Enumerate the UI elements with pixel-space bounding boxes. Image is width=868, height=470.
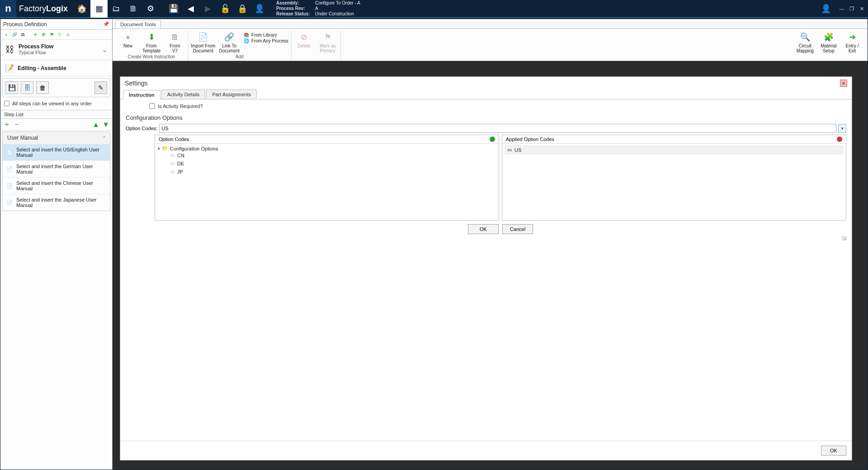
ribbon-material-setup-label: Material Setup bbox=[821, 43, 837, 53]
tree-item[interactable]: ▭CN bbox=[158, 151, 496, 160]
option-codes-twocol: Option Codes ▾ 📁 Configuration Options bbox=[155, 135, 846, 221]
usermanual-header[interactable]: User Manual ˄ bbox=[3, 132, 110, 144]
pin-icon[interactable]: 📌 bbox=[103, 21, 109, 27]
step-item[interactable]: 📄 Select and insert the US/English User … bbox=[3, 144, 110, 160]
option-codes-input[interactable] bbox=[159, 124, 836, 133]
unlock-icon[interactable]: 🔓 bbox=[217, 0, 234, 18]
folder-icon: 📁 bbox=[162, 146, 168, 151]
stack-icon[interactable]: 🗂 bbox=[108, 0, 125, 18]
anyorder-row[interactable]: All steps can be viewed in any order bbox=[0, 99, 112, 110]
tree-item[interactable]: ▭DE bbox=[158, 160, 496, 168]
logo-glyph: n bbox=[5, 3, 11, 14]
ribbon-circuit-mapping[interactable]: 🔍 Circuit Mapping bbox=[795, 31, 815, 53]
window-minimize[interactable]: — bbox=[838, 6, 845, 11]
entry-exit-icon: ➜ bbox=[847, 32, 858, 42]
doc-icon: 🗎 bbox=[170, 32, 180, 42]
is-activity-required-row[interactable]: Is Activity Required? bbox=[126, 102, 846, 113]
tree-root[interactable]: ▾ 📁 Configuration Options bbox=[158, 146, 496, 151]
add-option-icon[interactable] bbox=[490, 136, 495, 142]
tab-instruction[interactable]: Instruction bbox=[123, 90, 160, 99]
option-codes-buttons: OK Cancel bbox=[155, 221, 846, 236]
ribbon-from-any-process[interactable]: 🌐From Any Process bbox=[243, 38, 288, 43]
ribbon-new[interactable]: ＋ New bbox=[118, 31, 138, 48]
ribbon-from-template[interactable]: ⬇ From Template bbox=[142, 31, 161, 53]
gear-icon[interactable]: ⚙ bbox=[142, 0, 159, 18]
meta-assembly-k: Assembly: bbox=[276, 0, 315, 6]
process-flow-block[interactable]: ⛓ Process Flow Typical Flow ⌄ bbox=[0, 40, 112, 60]
titlebar-nav-icons: 🏠 ▦ 🗂 🗎 ⚙ 💾 ◀ ▶ 🔓 🔒 👤 bbox=[73, 0, 268, 17]
ribbon: ＋ New ⬇ From Template 🗎 From V7 Create W… bbox=[113, 29, 868, 61]
ribbon-tab-document-tools[interactable]: Document Tools bbox=[115, 20, 161, 28]
anyorder-checkbox[interactable] bbox=[4, 101, 9, 106]
tb-trash-icon[interactable]: 🗑 bbox=[36, 81, 49, 94]
delete-circle-icon: ⊘ bbox=[299, 32, 310, 42]
usermanual-title: User Manual bbox=[7, 135, 38, 141]
resize-grip-icon[interactable] bbox=[842, 236, 846, 240]
window-restore[interactable]: ❐ bbox=[848, 6, 855, 12]
ribbon-entry-exit[interactable]: ➜ Entry / Exit bbox=[842, 31, 862, 53]
remove-option-icon[interactable] bbox=[837, 136, 842, 142]
panel-ok-button[interactable]: OK bbox=[821, 446, 846, 456]
tree-item[interactable]: ▭JP bbox=[158, 168, 496, 176]
save-icon[interactable]: 💾 bbox=[165, 0, 182, 18]
step-label: Select and insert the German User Manual bbox=[16, 164, 106, 174]
flag-out-icon[interactable]: ⚐ bbox=[57, 32, 63, 38]
globe-icon: 🌐 bbox=[243, 38, 250, 43]
tab-activity-details[interactable]: Activity Details bbox=[161, 89, 206, 99]
step-icon: 📄 bbox=[6, 200, 13, 206]
report-icon[interactable]: 🗎 bbox=[125, 0, 142, 18]
config-options-title: Configuration Options bbox=[126, 114, 846, 121]
flag-in-icon[interactable]: ⚑ bbox=[48, 32, 55, 38]
is-activity-required-checkbox[interactable] bbox=[149, 103, 155, 109]
tb-edit-icon[interactable]: ✎ bbox=[94, 81, 107, 94]
cancel-button[interactable]: Cancel bbox=[502, 224, 533, 234]
process-editor-icon[interactable]: ▦ bbox=[90, 0, 108, 18]
add-icon[interactable]: ＋ bbox=[3, 32, 9, 38]
step-add-icon[interactable]: ＋ bbox=[3, 120, 10, 129]
ribbon-from-v7[interactable]: 🗎 From V7 bbox=[165, 31, 185, 53]
leaf-icon[interactable]: ❇ bbox=[40, 32, 47, 38]
remove-icon[interactable]: ⦸ bbox=[65, 32, 71, 38]
forward-icon[interactable]: ▶ bbox=[199, 0, 217, 18]
step-item[interactable]: 📄 Select and insert the Chinese User Man… bbox=[3, 177, 110, 194]
ribbon-delete: ⊘ Delete bbox=[294, 31, 314, 48]
applied-item[interactable]: ▭ US bbox=[505, 146, 843, 154]
step-item[interactable]: 📄 Select and insert the Japanese User Ma… bbox=[3, 194, 110, 211]
ribbon-import-from-doc[interactable]: 📄 Import From Document bbox=[191, 31, 215, 53]
tab-part-assignments[interactable]: Part Assignments bbox=[206, 89, 257, 99]
settings-close-icon[interactable]: ✕ bbox=[840, 80, 847, 87]
lock-icon[interactable]: 🔒 bbox=[234, 0, 251, 18]
tag-icon: ▭ bbox=[170, 151, 175, 160]
home-icon[interactable]: 🏠 bbox=[73, 0, 90, 18]
option-codes-row: Option Codes: ▾ bbox=[126, 124, 846, 133]
user-icon[interactable]: 👤 bbox=[821, 4, 831, 14]
puzzle-icon[interactable]: ✳ bbox=[32, 32, 38, 38]
step-remove-icon[interactable]: － bbox=[13, 120, 20, 129]
ribbon-from-library[interactable]: 📚From Library bbox=[243, 33, 288, 38]
step-item[interactable]: 📄 Select and insert the German User Manu… bbox=[3, 160, 110, 177]
ribbon-group-create-label: Create Work Instruction bbox=[128, 53, 175, 60]
user-tree-icon[interactable]: 👤 bbox=[251, 0, 268, 18]
ribbon-circuit-mapping-label: Circuit Mapping bbox=[797, 43, 814, 53]
flow-dropdown-icon[interactable]: ⌄ bbox=[102, 45, 108, 54]
option-codes-dropdown-icon[interactable]: ▾ bbox=[838, 124, 846, 133]
step-up-icon[interactable]: ▲ bbox=[92, 121, 99, 129]
chain-icon[interactable]: 🔗 bbox=[11, 32, 18, 38]
tb-save-icon[interactable]: 💾 bbox=[5, 81, 18, 94]
ok-button[interactable]: OK bbox=[468, 224, 499, 234]
brand-part2: Logix bbox=[46, 4, 68, 14]
step-label: Select and insert the Chinese User Manua… bbox=[16, 180, 106, 191]
tag-icon: ▭ bbox=[507, 147, 512, 153]
ribbon-material-setup[interactable]: 🧩 Material Setup bbox=[819, 31, 839, 53]
ribbon-link-to-doc[interactable]: 🔗 Link To Document bbox=[219, 31, 240, 53]
tree-item-label: CN bbox=[177, 151, 184, 160]
meta-status-v: Under Construction bbox=[315, 11, 354, 17]
window-close[interactable]: ✕ bbox=[858, 6, 865, 12]
tree-collapse-icon[interactable]: ▾ bbox=[158, 146, 160, 151]
step-down-icon[interactable]: ▼ bbox=[102, 121, 109, 129]
tb-save-blue-icon[interactable]: 🗄 bbox=[21, 81, 33, 94]
copy-icon[interactable]: ⧉ bbox=[19, 32, 26, 38]
titlebar-meta: Assembly:Configure To Order - A Process … bbox=[276, 0, 360, 17]
plus-circle-icon: ＋ bbox=[123, 32, 133, 42]
back-icon[interactable]: ◀ bbox=[182, 0, 199, 18]
